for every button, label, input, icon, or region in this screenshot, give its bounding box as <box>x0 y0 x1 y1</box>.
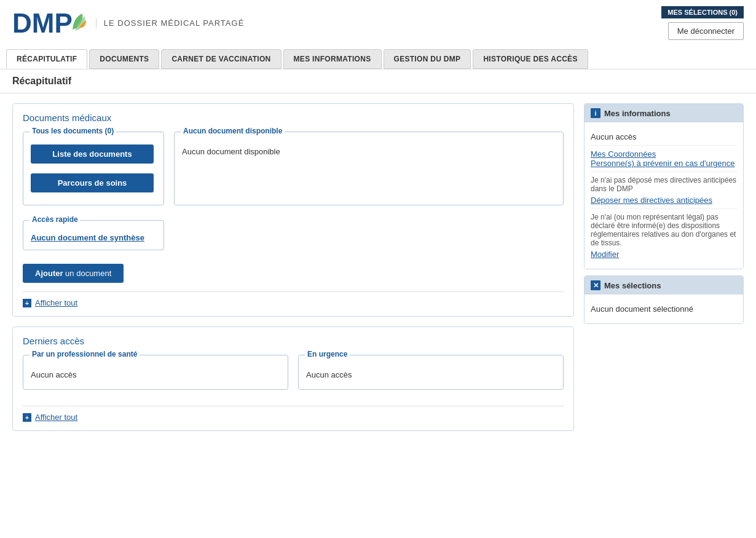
sidebar-aucun-acces-row: Aucun accès <box>591 129 737 146</box>
professionnel-sante-text: Aucun accès <box>31 368 280 382</box>
sidebar-aucun-acces-text: Aucun accès <box>591 132 636 141</box>
header: DMP LE DOSSIER MÉDICAL PARTAGÉ MES SÉLEC… <box>0 0 756 46</box>
sidebar-mes-informations-body: Aucun accès Mes Coordonnées Personne(s) … <box>585 122 743 269</box>
disconnect-button[interactable]: Me déconnecter <box>668 22 744 40</box>
sidebar: i Mes informations Aucun accès Mes Coord… <box>584 103 744 324</box>
documents-medicaux-section: Documents médicaux Tous les documents (0… <box>12 103 574 317</box>
aucun-document-synthese-link[interactable]: Aucun document de synthèse <box>31 233 144 242</box>
sidebar-don-organes-text: Je n'ai (ou mon représentant légal) pas … <box>591 213 737 247</box>
aucun-document-label: Aucun document disponible <box>181 127 285 135</box>
sidebar-mes-selections-header: ✕ Mes sélections <box>585 276 743 295</box>
afficher-tout-acces-label: Afficher tout <box>35 413 77 422</box>
nav-tabs: RÉCAPITULATIF DOCUMENTS CARNET DE VACCIN… <box>0 49 756 69</box>
sidebar-mes-selections-title: Mes sélections <box>604 281 661 290</box>
sidebar-aucun-document-text: Aucun document sélectionné <box>591 304 693 314</box>
sidebar-directives-row: Je n'ai pas déposé mes directives antici… <box>591 172 737 209</box>
logo-area: DMP LE DOSSIER MÉDICAL PARTAGÉ <box>12 10 244 37</box>
derniers-acces-grid: Par un professionnel de santé Aucun accè… <box>23 355 564 397</box>
en-urgence-label: En urgence <box>305 350 350 358</box>
page-title: Récapitulatif <box>12 76 744 87</box>
acces-rapide-box: Accès rapide Aucun document de synthèse <box>23 220 164 250</box>
acces-rapide-label: Accès rapide <box>30 215 81 224</box>
logo-subtitle: LE DOSSIER MÉDICAL PARTAGÉ <box>96 18 245 28</box>
document-synthese-text: document de synthèse <box>58 233 144 242</box>
dmp-logo: DMP <box>12 10 87 37</box>
mes-selections-badge: MES SÉLECTIONS (0) <box>661 6 744 18</box>
afficher-tout-icon: + <box>23 299 31 307</box>
professionnel-sante-box: Par un professionnel de santé Aucun accè… <box>23 355 288 390</box>
afficher-tout-acces[interactable]: + Afficher tout <box>23 413 564 422</box>
sidebar-modifier-link[interactable]: Modifier <box>591 250 737 259</box>
tab-recapitulatif[interactable]: RÉCAPITULATIF <box>6 49 87 69</box>
selections-icon: ✕ <box>591 280 600 290</box>
info-icon: i <box>591 108 600 118</box>
afficher-tout-acces-icon: + <box>23 413 31 422</box>
tous-documents-label: Tous les documents (0) <box>30 127 116 135</box>
sidebar-coordonnees-row: Mes Coordonnées Personne(s) à prévenir e… <box>591 146 737 172</box>
header-right: MES SÉLECTIONS (0) Me déconnecter <box>661 6 744 40</box>
tab-gestion-dmp[interactable]: GESTION DU DMP <box>384 49 471 69</box>
tab-historique-acces[interactable]: HISTORIQUE DES ACCÈS <box>473 49 588 69</box>
liste-documents-button[interactable]: Liste des documents <box>31 144 154 164</box>
aucun-prefix: Aucun <box>31 233 58 242</box>
sidebar-mes-selections-body: Aucun document sélectionné <box>585 295 743 323</box>
en-urgence-box: En urgence Aucun accès <box>298 355 564 390</box>
tab-documents[interactable]: DOCUMENTS <box>89 49 159 69</box>
aucun-document-text: Aucun document disponible <box>182 144 556 159</box>
sidebar-mes-informations: i Mes informations Aucun accès Mes Coord… <box>584 103 744 269</box>
sidebar-coordonnees-link[interactable]: Mes Coordonnées <box>591 149 737 159</box>
main-content: Documents médicaux Tous les documents (0… <box>12 103 574 431</box>
ajouter-rest-text: un document <box>63 269 112 278</box>
sidebar-don-organes-row: Je n'ai (ou mon représentant légal) pas … <box>591 209 737 263</box>
tab-carnet-vaccination[interactable]: CARNET DE VACCINATION <box>161 49 281 69</box>
derniers-acces-title: Derniers accès <box>23 336 564 346</box>
tous-documents-box: Tous les documents (0) Liste des documen… <box>23 132 164 205</box>
sidebar-mes-informations-title: Mes informations <box>604 109 671 118</box>
en-urgence-text: Aucun accès <box>306 368 556 382</box>
dmp-leaf-icon <box>70 11 87 33</box>
sidebar-deposer-link[interactable]: Déposer mes directives anticipées <box>591 196 737 205</box>
afficher-tout-documents[interactable]: + Afficher tout <box>23 298 564 307</box>
main-layout: Documents médicaux Tous les documents (0… <box>0 93 756 441</box>
derniers-acces-section: Derniers accès Par un professionnel de s… <box>12 326 574 431</box>
documents-medicaux-title: Documents médicaux <box>23 113 564 123</box>
logo-dmp-text: DMP <box>12 10 73 37</box>
ajouter-document-button[interactable]: Ajouter un document <box>23 264 124 283</box>
sidebar-mes-informations-header: i Mes informations <box>585 104 743 122</box>
page-title-bar: Récapitulatif <box>0 69 756 93</box>
ajouter-bold-text: Ajouter <box>35 269 63 278</box>
aucun-document-box: Aucun document disponible Aucun document… <box>174 132 564 205</box>
tab-mes-informations[interactable]: MES INFORMATIONS <box>283 49 382 69</box>
sidebar-aucun-document-row: Aucun document sélectionné <box>591 301 737 317</box>
sidebar-personne-urgence-link[interactable]: Personne(s) à prévenir en cas d'urgence <box>591 159 737 168</box>
sidebar-directives-text: Je n'ai pas déposé mes directives antici… <box>591 176 737 193</box>
afficher-tout-label: Afficher tout <box>35 298 77 307</box>
professionnel-sante-label: Par un professionnel de santé <box>30 350 140 358</box>
sidebar-mes-selections: ✕ Mes sélections Aucun document sélectio… <box>584 275 744 324</box>
parcours-soins-button[interactable]: Parcours de soins <box>31 173 154 192</box>
